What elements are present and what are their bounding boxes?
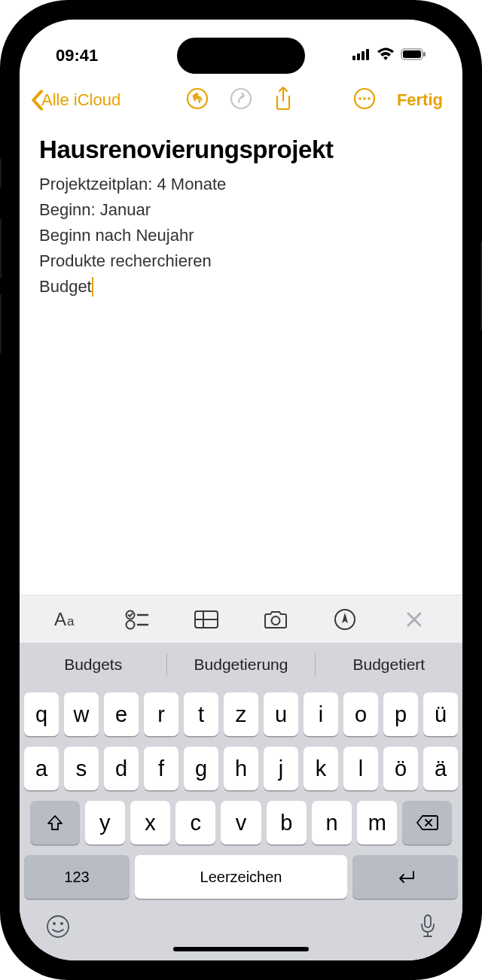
suggestion[interactable]: Budgetierung — [167, 656, 314, 674]
format-toolbar: Aa — [20, 595, 462, 643]
key-n[interactable]: n — [312, 801, 352, 845]
note-line-active[interactable]: Budget — [39, 274, 443, 300]
suggestion[interactable]: Budgets — [20, 656, 166, 674]
table-button[interactable] — [184, 610, 229, 629]
key-oe[interactable]: ö — [383, 747, 418, 790]
undo-button[interactable] — [186, 87, 209, 113]
svg-point-26 — [60, 922, 63, 925]
key-f[interactable]: f — [144, 747, 178, 790]
numbers-key[interactable]: 123 — [24, 855, 130, 899]
svg-rect-5 — [403, 50, 421, 58]
done-button[interactable]: Fertig — [397, 90, 443, 110]
note-line[interactable]: Beginn: Januar — [39, 197, 443, 223]
back-button[interactable]: Alle iCloud — [30, 90, 120, 111]
camera-button[interactable] — [253, 609, 298, 630]
key-c[interactable]: c — [175, 801, 215, 845]
key-t[interactable]: t — [184, 692, 218, 736]
battery-icon — [401, 48, 426, 63]
note-title[interactable]: Hausrenovierungsprojekt — [39, 135, 443, 164]
key-m[interactable]: m — [357, 801, 397, 845]
key-r[interactable]: r — [144, 692, 178, 736]
svg-rect-3 — [366, 49, 369, 60]
more-button[interactable] — [353, 87, 376, 113]
key-l[interactable]: l — [343, 747, 378, 790]
key-ae[interactable]: ä — [423, 747, 458, 790]
backspace-key[interactable] — [402, 801, 452, 845]
checklist-button[interactable] — [114, 609, 160, 630]
wifi-icon — [377, 47, 395, 64]
key-g[interactable]: g — [184, 747, 218, 790]
key-s[interactable]: s — [64, 747, 99, 790]
key-y[interactable]: y — [85, 801, 125, 845]
svg-point-12 — [368, 97, 371, 100]
svg-point-8 — [231, 89, 251, 108]
return-key[interactable] — [352, 855, 458, 899]
text-cursor — [92, 277, 93, 297]
key-z[interactable]: z — [224, 692, 258, 736]
svg-point-17 — [127, 620, 135, 628]
suggestion-bar: Budgets Budgetierung Budgetiert — [20, 643, 462, 686]
svg-point-10 — [358, 97, 362, 100]
key-ue[interactable]: ü — [423, 692, 458, 736]
key-b[interactable]: b — [267, 801, 307, 845]
dynamic-island — [177, 38, 305, 74]
key-x[interactable]: x — [130, 801, 170, 845]
key-h[interactable]: h — [224, 747, 258, 790]
note-line[interactable]: Beginn nach Neujahr — [39, 223, 443, 248]
share-button[interactable] — [273, 86, 293, 114]
home-indicator[interactable] — [173, 947, 309, 951]
nav-bar: Alle iCloud Fe — [20, 80, 462, 120]
key-v[interactable]: v — [221, 801, 261, 845]
key-o[interactable]: o — [343, 692, 378, 736]
svg-point-22 — [272, 616, 280, 625]
status-time: 09:41 — [56, 46, 98, 65]
suggestion[interactable]: Budgetiert — [316, 656, 462, 674]
key-e[interactable]: e — [104, 692, 139, 736]
key-u[interactable]: u — [264, 692, 298, 736]
svg-point-24 — [47, 916, 69, 937]
key-p[interactable]: p — [383, 692, 418, 736]
svg-text:a: a — [67, 614, 75, 628]
text-format-button[interactable]: Aa — [45, 609, 90, 630]
key-j[interactable]: j — [264, 747, 298, 790]
svg-point-25 — [53, 922, 56, 925]
note-content[interactable]: Hausrenovierungsprojekt Projektzeitplan:… — [20, 120, 462, 595]
note-line[interactable]: Projektzeitplan: 4 Monate — [39, 172, 443, 197]
svg-rect-2 — [362, 51, 365, 60]
note-line[interactable]: Produkte recherchieren — [39, 248, 443, 274]
svg-rect-6 — [423, 52, 426, 56]
emoji-key[interactable] — [45, 914, 71, 942]
key-k[interactable]: k — [304, 747, 338, 790]
space-key[interactable]: Leerzeichen — [135, 855, 347, 899]
svg-text:A: A — [54, 609, 66, 629]
svg-rect-1 — [357, 53, 360, 60]
back-label: Alle iCloud — [41, 90, 120, 110]
svg-rect-27 — [425, 915, 431, 927]
redo-button — [230, 87, 252, 113]
key-w[interactable]: w — [64, 692, 99, 736]
shift-key[interactable] — [30, 801, 80, 845]
key-i[interactable]: i — [304, 692, 338, 736]
dictation-key[interactable] — [419, 914, 437, 942]
svg-rect-0 — [352, 56, 355, 60]
key-a[interactable]: a — [24, 747, 59, 790]
svg-point-11 — [363, 97, 366, 100]
svg-point-7 — [188, 89, 207, 108]
key-q[interactable]: q — [24, 692, 59, 736]
markup-button[interactable] — [322, 608, 368, 631]
cellular-icon — [352, 48, 371, 63]
close-toolbar-button[interactable] — [392, 611, 437, 628]
key-d[interactable]: d — [104, 747, 139, 790]
keyboard: q w e r t z u i o p ü a s d f g — [20, 686, 462, 960]
